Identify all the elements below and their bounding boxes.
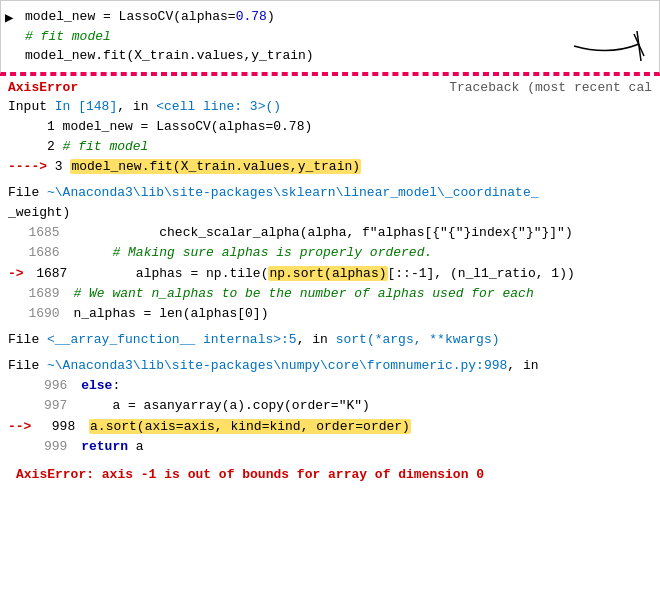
input-location-line: Input In [148], in <cell line: 3>() [8, 97, 652, 117]
file1-line-1685: 1685 check_scalar_alpha(alpha, f"alphas[… [8, 223, 652, 243]
input-code-2: 2 # fit model [8, 137, 652, 157]
handwriting-annotation [569, 26, 649, 76]
code-line-1: model_new = LassoCV(alphas=0.78) [25, 7, 651, 27]
code-input-section: ▶ model_new = LassoCV(alphas=0.78) # fit… [0, 0, 660, 74]
traceback-section: AxisError Traceback (most recent cal Inp… [0, 76, 660, 490]
traceback-header: AxisError Traceback (most recent cal [8, 80, 652, 95]
input-code-1: 1 model_new = LassoCV(alphas=0.78) [8, 117, 652, 137]
file3-line-998: --> 998 a.sort(axis=axis, kind=kind, ord… [8, 417, 652, 437]
input-code-3: ----> 3 model_new.fit(X_train.values,y_t… [8, 157, 652, 177]
axis-error-footer: AxisError: axis -1 is out of bounds for … [8, 463, 652, 486]
file1-line-1686: 1686 # Making sure alphas is properly or… [8, 243, 652, 263]
file2-path: File <__array_function__ internals>:5, i… [8, 330, 652, 350]
file1-line-1689: 1689 # We want n_alphas to be the number… [8, 284, 652, 304]
file3-path: File ~\Anaconda3\lib\site-packages\numpy… [8, 356, 652, 376]
run-indicator: ▶ [5, 9, 13, 26]
file1-line-1690: 1690 n_alphas = len(alphas[0]) [8, 304, 652, 324]
error-type-header: AxisError [8, 80, 78, 95]
file1-path-cont: _weight) [8, 203, 652, 223]
code-line-3: model_new.fit(X_train.values,y_train) [25, 46, 651, 66]
file3-line-997: 997 a = asanyarray(a).copy(order="K") [8, 396, 652, 416]
file3-line-999: 999 return a [8, 437, 652, 457]
file1-line-1687: -> 1687 alphas = np.tile(np.sort(alphas)… [8, 264, 652, 284]
file3-line-996: 996 else: [8, 376, 652, 396]
file1-path: File ~\Anaconda3\lib\site-packages\sklea… [8, 183, 652, 203]
traceback-label: Traceback (most recent cal [449, 80, 652, 95]
code-line-2: # fit model [25, 27, 651, 47]
